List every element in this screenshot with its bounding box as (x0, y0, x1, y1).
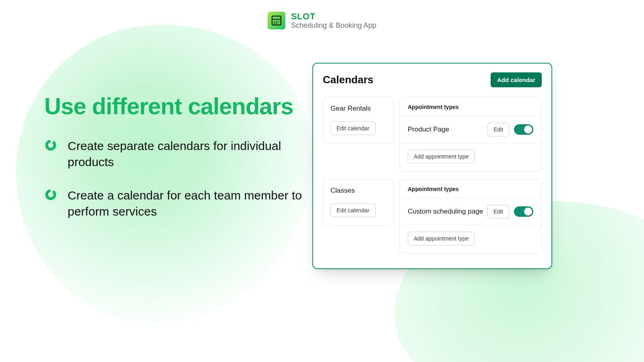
add-calendar-button[interactable]: Add calendar (491, 72, 542, 87)
panel-title: Calendars (323, 74, 374, 86)
appointment-type-name: Custom scheduling page (408, 208, 483, 216)
type-toggle[interactable] (514, 124, 533, 135)
appointment-type-name: Product Page (408, 125, 449, 134)
calendar-row: Classes Edit calendar Appointment types … (323, 179, 542, 254)
appointment-type-row: Custom scheduling page Edit (400, 198, 541, 225)
calendar-row: Gear Rentals Edit calendar Appointment t… (323, 97, 542, 172)
calendar-card: Classes Edit calendar (323, 179, 394, 226)
bullet-item: Create a calendar for each team member t… (44, 187, 306, 220)
calendar-name: Gear Rentals (330, 105, 386, 113)
brand-name: SLOT (291, 11, 376, 21)
calendar-name: Classes (330, 187, 386, 195)
calendar-icon (268, 12, 285, 29)
edit-calendar-button[interactable]: Edit calendar (330, 121, 376, 135)
svg-point-2 (274, 21, 275, 23)
edit-type-button[interactable]: Edit (487, 205, 509, 218)
appointment-types-card: Appointment types Custom scheduling page… (399, 179, 542, 254)
appointment-type-row: Product Page Edit (400, 116, 541, 143)
add-appointment-type-button[interactable]: Add appointment type (408, 150, 475, 163)
appointment-types-label: Appointment types (400, 179, 541, 198)
ring-icon (44, 139, 57, 152)
appointment-types-card: Appointment types Product Page Edit Add … (399, 97, 542, 172)
svg-point-5 (274, 23, 275, 24)
svg-point-7 (45, 140, 56, 151)
svg-point-6 (276, 23, 277, 24)
brand-header: SLOT Scheduling & Booking App (268, 11, 376, 30)
bullet-item: Create separate calendars for individual… (44, 138, 306, 171)
appointment-types-label: Appointment types (400, 97, 541, 116)
add-appointment-type-button[interactable]: Add appointment type (408, 232, 475, 245)
bullet-text: Create separate calendars for individual… (68, 138, 306, 171)
calendars-panel: Calendars Add calendar Gear Rentals Edit… (312, 63, 552, 269)
headline: Use different calendars (44, 94, 306, 119)
edit-type-button[interactable]: Edit (487, 123, 509, 136)
bullet-text: Create a calendar for each team member t… (68, 187, 306, 220)
svg-point-3 (276, 21, 277, 23)
svg-point-8 (45, 189, 56, 200)
svg-point-4 (278, 21, 279, 23)
calendar-card: Gear Rentals Edit calendar (323, 97, 394, 144)
edit-calendar-button[interactable]: Edit calendar (330, 204, 376, 217)
marketing-copy: Use different calendars Create separate … (44, 94, 306, 237)
ring-icon (44, 188, 57, 201)
brand-subtitle: Scheduling & Booking App (291, 21, 376, 30)
type-toggle[interactable] (514, 206, 533, 217)
